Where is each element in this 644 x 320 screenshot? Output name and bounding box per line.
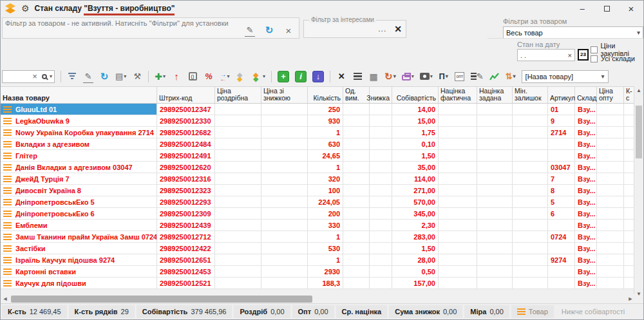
scroll-left-icon[interactable]: ◄ — [1, 294, 10, 304]
cell-barcode: 2989250012682 — [157, 127, 215, 138]
cell-price_disc — [261, 115, 308, 126]
scroll-up-icon[interactable]: ▲ — [634, 86, 643, 95]
cell-discount — [370, 266, 392, 277]
cell-qty: 200 — [308, 208, 343, 219]
search-clear-icon[interactable]: × — [30, 70, 40, 83]
percent-icon[interactable]: % — [204, 70, 214, 83]
column-header-price_retail[interactable]: Ціна роздрібна — [215, 87, 261, 103]
column-header-unit[interactable]: Од. вим. — [343, 87, 370, 103]
table-row[interactable]: Глітер298925001249124,651,50Взу... — [1, 150, 635, 162]
filter-edit-icon[interactable]: ✎ — [245, 24, 255, 37]
cell-warehouse: Взу... — [575, 173, 597, 184]
wrench-icon[interactable]: ⚒ — [132, 70, 142, 83]
table-grid-icon[interactable]: ▦ — [368, 70, 379, 83]
download-button[interactable]: ↓ — [312, 71, 324, 82]
table-row[interactable]: Вкладки з адгезивом29892500124846300,10В… — [1, 138, 635, 150]
column-header-warehouse[interactable]: Склад — [575, 87, 597, 103]
column-header-name[interactable]: Назва товару — [1, 87, 157, 103]
status-tovar-tab[interactable]: Товар — [511, 305, 554, 318]
table-row[interactable]: LegkaObuwka 9298925001233093015,009Взу..… — [1, 115, 635, 127]
column-header-article[interactable]: Артикул — [548, 87, 575, 103]
print-icon[interactable]: ▾ — [402, 70, 414, 83]
column-header-markup_set[interactable]: Націнка задана — [477, 87, 513, 103]
edit-list-icon[interactable]: ✎ — [471, 70, 484, 83]
horizontal-scrollbar[interactable]: ◄ ► — [1, 294, 635, 304]
column-header-markup_actual[interactable]: Націнка фактична — [439, 87, 477, 103]
sync-icon[interactable]: ↻▾ — [384, 70, 396, 83]
table-row[interactable]: Nowy Україна Коробка упакування 27142989… — [1, 127, 635, 138]
interest-filter-more-button[interactable]: ... — [378, 24, 386, 33]
info-button[interactable]: i — [295, 71, 307, 82]
search-input[interactable]: × ▾ — [2, 70, 55, 83]
filter-icon[interactable] — [67, 70, 77, 83]
add-button[interactable]: + — [278, 71, 289, 82]
cell-name: ДніпропетровськЕко 6 — [1, 208, 157, 219]
table-row[interactable]: Картонні вставки298925001245329300,50Взу… — [1, 266, 635, 278]
filter-clear-icon[interactable]: × — [283, 24, 294, 37]
column-header-qty[interactable]: Кількість — [308, 87, 343, 103]
state-date-input[interactable]: . . × — [517, 49, 575, 61]
scroll-down-icon[interactable]: ▼ — [634, 290, 643, 299]
cell-article: 9 — [548, 115, 575, 126]
close-x-icon[interactable]: ✕ — [336, 70, 346, 83]
column-header-min_stock[interactable]: Мін. залишок — [513, 87, 548, 103]
table-row[interactable]: Емблеми29892500124393302,30Взу... — [1, 220, 635, 231]
interest-filter-panel: Фільтр за інтересами ... ✕ — [303, 20, 406, 38]
purchase-prices-checkbox[interactable] — [591, 46, 598, 53]
pi-icon[interactable]: П▾ — [439, 70, 449, 83]
table-row[interactable]: Застібки29892500124225301,50Взу... — [1, 243, 635, 254]
scroll-right-icon[interactable]: ► — [626, 294, 635, 304]
product-filter-select[interactable]: Весь товар ▾ — [503, 26, 643, 39]
transfer-arrows-icon[interactable]: →←▾ — [220, 70, 230, 83]
table-row[interactable]: Дивосвіт Україна 82989250012323100271,00… — [1, 185, 635, 196]
cell-discount — [370, 127, 392, 138]
title-bar: ⚙ Стан складу "Взуття - виробництво" – × — [1, 1, 643, 16]
column-header-price_disc[interactable]: Ціна зі знижкою — [261, 87, 308, 103]
refresh-icon[interactable]: ↻ — [99, 70, 109, 83]
date-clear-icon[interactable]: × — [568, 52, 572, 59]
status-segment: Сума знижок0,00 — [389, 305, 462, 318]
all-warehouses-checkbox[interactable] — [591, 55, 598, 62]
calendar-icon[interactable]: 23 — [578, 49, 589, 61]
column-selector-select[interactable]: [Назва товару] ▾ — [522, 70, 609, 83]
table-row[interactable]: GluuuLtd 01298925001234725014,0001Взу... — [1, 104, 635, 115]
edit-pencil-icon[interactable]: ✎ — [83, 70, 93, 83]
layers-gray-icon[interactable]: ◆◆ — [236, 70, 246, 83]
clipboard-icon[interactable]: ▤▾ — [115, 70, 126, 83]
table-row[interactable]: Ізраїль Каучук підошва 92742989250012651… — [1, 254, 635, 266]
status-below-cost-tab[interactable]: Нижче собівартості — [556, 305, 630, 318]
vertical-scroll-thumb[interactable] — [636, 106, 642, 158]
column-header-discount[interactable]: Знижка — [370, 87, 392, 103]
table-row[interactable]: ДніпропетровськЕко 62989250012309200345,… — [1, 208, 635, 220]
search-dropdown-icon[interactable]: ▾ — [50, 73, 52, 79]
menu-lines-icon[interactable] — [352, 70, 363, 83]
chart-icon[interactable] — [489, 70, 500, 83]
move-icon[interactable]: ✚▾ — [155, 70, 166, 83]
camera-icon[interactable]: ▾ — [420, 70, 433, 83]
product-list-icon — [3, 222, 12, 229]
layers-orange-icon[interactable]: ◆◆▾ — [252, 70, 265, 83]
table-row[interactable]: Данія Вкладки з адгезивом 03047298925001… — [1, 162, 635, 173]
table-row[interactable]: Каучук для підошви2989250012521188,3157,… — [1, 278, 635, 289]
column-header-price_opt[interactable]: Ціна опту — [597, 87, 624, 103]
horizontal-scroll-thumb[interactable] — [11, 296, 312, 303]
sort-arrows-icon[interactable]: ⇅▾ — [506, 70, 516, 83]
column-header-cost[interactable]: Собівартість — [392, 87, 439, 103]
restore-button[interactable] — [594, 1, 619, 16]
cell-price_retail — [215, 231, 261, 242]
column-header-barcode[interactable]: Штрих-код — [157, 87, 215, 103]
vertical-scrollbar[interactable]: ▲ ▼ — [634, 86, 643, 299]
settings-gear-icon[interactable]: ⚙ — [21, 3, 30, 14]
minimize-button[interactable]: – — [570, 1, 594, 16]
close-button[interactable]: × — [619, 1, 643, 16]
table-row[interactable]: Замш Тканини прайм Україна Замш 07242989… — [1, 231, 635, 243]
doc-opt-icon[interactable]: ОПТ — [455, 70, 465, 83]
table-row[interactable]: ДжейД Турція 72989250012316320114,007Взу… — [1, 173, 635, 185]
cell-min_stock — [513, 208, 548, 219]
cell-price_retail — [215, 185, 261, 196]
interest-filter-close-button[interactable]: ✕ — [394, 24, 402, 34]
filter-refresh-icon[interactable]: ↻ — [264, 24, 274, 37]
save-icon[interactable]: {} — [187, 70, 198, 83]
table-row[interactable]: ДніпропетровськЕко 52989250012293224,055… — [1, 196, 635, 208]
arrow-up-icon[interactable]: ↑ — [171, 70, 182, 83]
